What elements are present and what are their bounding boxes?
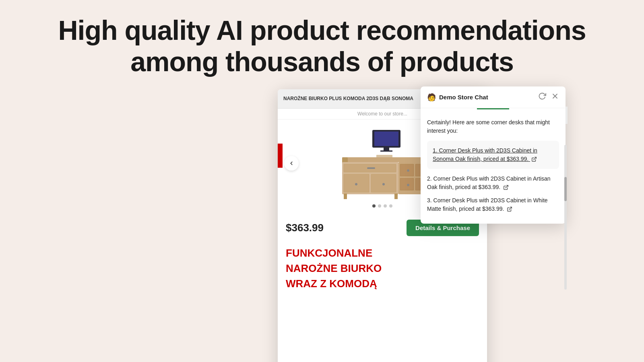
chat-emoji: 🧑 <box>427 93 436 102</box>
hero-line2: among thousands of products <box>130 46 513 77</box>
image-dots <box>372 204 392 208</box>
dot-2[interactable] <box>378 204 381 208</box>
hero-line1: High quality AI product recommendations <box>58 15 586 45</box>
chat-green-line <box>477 108 509 109</box>
scrollbar-thumb[interactable] <box>564 177 567 201</box>
product-desc-line1: FUNKCJONALNE <box>286 247 479 260</box>
svg-rect-12 <box>400 164 414 176</box>
chat-product-item-3: 3. Corner Desk Plus with 2D3S Cabinet in… <box>427 196 559 213</box>
chat-product-link-1[interactable]: 1. Corner Desk Plus with 2D3S Cabinet in… <box>433 147 537 162</box>
product-price: $363.99 <box>286 222 324 234</box>
dot-4[interactable] <box>389 204 392 208</box>
chat-product-item-2: 2. Corner Desk Plus with 2D3S Cabinet in… <box>427 175 559 191</box>
chat-refresh-icon[interactable] <box>538 92 546 102</box>
svg-rect-9 <box>342 157 431 162</box>
product-desc-line2: NAROŻNE BIURKO <box>286 262 479 276</box>
chat-scrollbar[interactable] <box>564 145 567 290</box>
svg-line-35 <box>534 157 536 160</box>
svg-line-36 <box>506 185 508 188</box>
chat-body: Certainly! Here are some corner desks th… <box>421 113 566 224</box>
svg-rect-29 <box>394 193 398 199</box>
hero-section: High quality AI product recommendations … <box>0 0 644 85</box>
chat-panel: 🧑 Demo Store Chat Certainly! Here are so… <box>421 86 566 224</box>
svg-rect-7 <box>380 150 392 152</box>
chat-close-icon[interactable] <box>551 92 559 102</box>
prev-arrow[interactable] <box>284 156 299 171</box>
dot-3[interactable] <box>384 204 387 208</box>
svg-point-25 <box>355 183 357 185</box>
svg-rect-27 <box>344 193 347 199</box>
chat-header: 🧑 Demo Store Chat <box>421 86 566 108</box>
svg-rect-14 <box>400 178 414 190</box>
svg-point-16 <box>407 169 409 172</box>
svg-point-18 <box>407 184 409 186</box>
svg-rect-5 <box>374 132 398 146</box>
external-link-icon-3[interactable] <box>507 206 512 212</box>
chat-intro-message: Certainly! Here are some corner desks th… <box>427 118 559 135</box>
red-badge <box>278 144 283 168</box>
svg-rect-24 <box>367 167 375 169</box>
product-desc-line3: WRAZ Z KOMODĄ <box>286 277 479 291</box>
product-description: FUNKCJONALNE NAROŻNE BIURKO WRAZ Z KOMOD… <box>278 243 487 294</box>
chat-product-card-1: 1. Corner Desk Plus with 2D3S Cabinet in… <box>427 141 559 169</box>
dot-1[interactable] <box>372 204 376 208</box>
external-link-icon-2[interactable] <box>503 185 509 190</box>
chat-header-left: 🧑 Demo Store Chat <box>427 93 488 102</box>
chat-title: Demo Store Chat <box>439 94 488 101</box>
svg-line-37 <box>509 207 512 210</box>
svg-rect-6 <box>384 148 389 151</box>
svg-point-26 <box>382 183 385 185</box>
external-link-icon-1 <box>531 156 537 162</box>
chat-header-icons <box>538 92 559 102</box>
